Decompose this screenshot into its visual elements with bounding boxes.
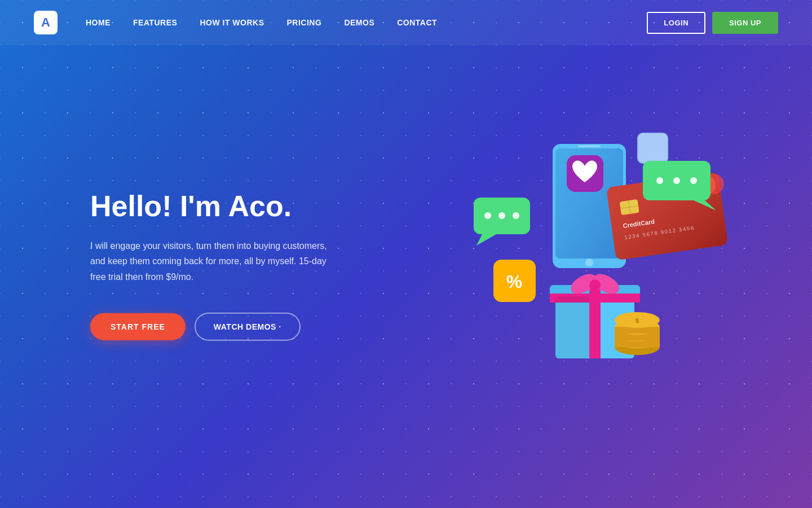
svg-rect-32 xyxy=(638,134,667,163)
nav-links: HOME FEATURES HOW IT WORKS PRICING DEMOS… xyxy=(86,18,647,27)
svg-text:%: % xyxy=(506,271,522,292)
hero-section: A HOME FEATURES HOW IT WORKS PRICING DEM… xyxy=(0,0,812,508)
svg-text:$: $ xyxy=(636,317,639,324)
hero-title: Hello! I'm Aco. xyxy=(90,190,327,222)
logo[interactable]: A xyxy=(34,11,58,34)
svg-point-37 xyxy=(513,212,519,219)
hero-content: Hello! I'm Aco. I will engage your visit… xyxy=(90,190,327,341)
svg-point-3 xyxy=(585,259,593,266)
hero-description: I will engage your visitors, turn them i… xyxy=(90,238,327,284)
signup-button[interactable]: SIGN UP xyxy=(712,12,778,34)
svg-point-41 xyxy=(673,177,680,184)
hero-svg: CreditCard 1234 5678 9012 3456 xyxy=(429,99,756,409)
login-button[interactable]: LOGIN xyxy=(647,12,705,34)
svg-point-20 xyxy=(589,279,601,291)
logo-icon: A xyxy=(34,11,58,34)
nav-how-it-works[interactable]: HOW IT WORKS xyxy=(200,18,264,27)
svg-point-36 xyxy=(498,212,505,219)
nav-pricing[interactable]: PRICING xyxy=(287,18,322,27)
nav-home[interactable]: HOME xyxy=(86,18,111,27)
hero-illustration: CreditCard 1234 5678 9012 3456 xyxy=(429,99,756,409)
svg-marker-34 xyxy=(476,234,496,246)
nav-features[interactable]: FEATURES xyxy=(133,18,177,27)
navbar: A HOME FEATURES HOW IT WORKS PRICING DEM… xyxy=(0,0,812,45)
nav-contact[interactable]: CONTACT xyxy=(397,18,437,27)
start-free-button[interactable]: START FREE xyxy=(90,313,186,340)
nav-actions: LOGIN SIGN UP xyxy=(647,12,778,34)
svg-point-35 xyxy=(484,212,491,219)
nav-demos[interactable]: DEMOS xyxy=(344,18,374,27)
svg-rect-4 xyxy=(578,145,601,147)
svg-rect-21 xyxy=(555,296,589,358)
svg-point-40 xyxy=(656,177,663,184)
svg-point-42 xyxy=(690,177,697,184)
watch-demos-button[interactable]: WATCH DEMOS · xyxy=(195,312,301,340)
hero-buttons: START FREE WATCH DEMOS · xyxy=(90,312,327,340)
